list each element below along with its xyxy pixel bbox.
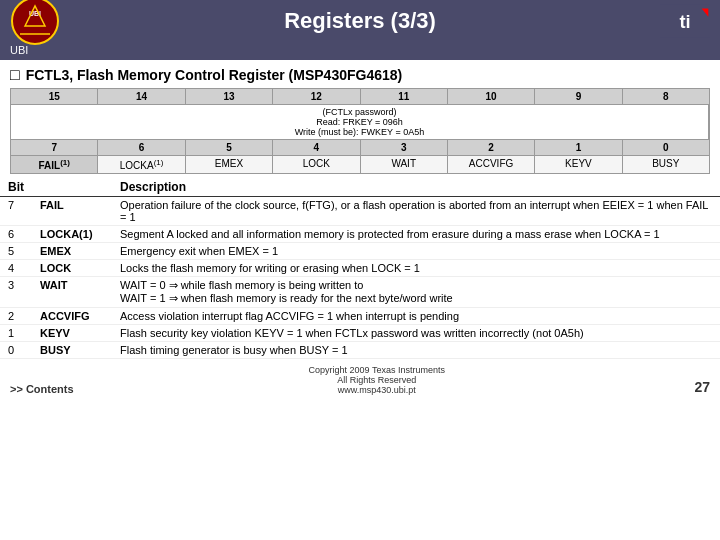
bottom-field-names: FAIL(1) LOCKA(1) EMEX LOCK WAIT ACCVIFG …	[11, 156, 709, 173]
cell-field: LOCK	[32, 260, 112, 277]
bit-12: 12	[273, 89, 360, 104]
bit-5: 5	[186, 140, 273, 155]
cell-bit: 7	[0, 197, 32, 226]
field-fail: FAIL(1)	[11, 156, 98, 173]
footer-center: Copyright 2009 Texas Instruments All Rig…	[74, 365, 680, 395]
read-label: Read: FRKEY = 096h	[15, 117, 704, 127]
bit-11: 11	[361, 89, 448, 104]
main-title: FCTL3, Flash Memory Control Register (MS…	[26, 67, 403, 83]
cell-desc: Operation failure of the clock source, f…	[112, 197, 720, 226]
bit-14: 14	[98, 89, 185, 104]
page-header: UBI Registers (3/3) ti	[0, 0, 720, 42]
table-row: 1KEYVFlash security key violation KEYV =…	[0, 325, 720, 342]
password-label: (FCTLx password)	[15, 107, 704, 117]
bit-13: 13	[186, 89, 273, 104]
field-lock: LOCK	[273, 156, 360, 173]
header-title: Registers (3/3)	[284, 8, 436, 33]
cell-desc: Flash timing generator is busy when BUSY…	[112, 342, 720, 359]
cell-desc: Emergency exit when EMEX = 1	[112, 243, 720, 260]
cell-field: EMEX	[32, 243, 112, 260]
bit-7: 7	[11, 140, 98, 155]
table-header-row: Bit Description	[0, 178, 720, 197]
field-wait: WAIT	[361, 156, 448, 173]
cell-field: WAIT	[32, 277, 112, 308]
ubi-label: UBI	[0, 42, 720, 60]
cell-desc: Flash security key violation KEYV = 1 wh…	[112, 325, 720, 342]
table-row: 6LOCKA(1)Segment A locked and all inform…	[0, 226, 720, 243]
table-row: 4LOCKLocks the flash memory for writing …	[0, 260, 720, 277]
field-keyv: KEYV	[535, 156, 622, 173]
cell-desc: Locks the flash memory for writing or er…	[112, 260, 720, 277]
bit-6: 6	[98, 140, 185, 155]
bit-15: 15	[11, 89, 98, 104]
cell-field: BUSY	[32, 342, 112, 359]
bit-8: 8	[623, 89, 709, 104]
copyright2: All Rights Reserved	[74, 375, 680, 385]
write-label: Write (must be): FWKEY = 0A5h	[15, 127, 704, 137]
website: www.msp430.ubi.pt	[74, 385, 680, 395]
password-area: (FCTLx password) Read: FRKEY = 096h Writ…	[11, 105, 709, 139]
cell-bit: 0	[0, 342, 32, 359]
cell-field: LOCKA(1)	[32, 226, 112, 243]
top-bit-numbers: 15 14 13 12 11 10 9 8	[11, 89, 709, 105]
cell-desc: WAIT = 0 ⇒ while flash memory is being w…	[112, 277, 720, 308]
cell-desc: Segment A locked and all information mem…	[112, 226, 720, 243]
table-row: 2ACCVIFGAccess violation interrupt flag …	[0, 308, 720, 325]
checkbox-icon: □	[10, 66, 20, 84]
section-title-row: □ FCTL3, Flash Memory Control Register (…	[0, 60, 720, 88]
ti-logo: ti	[660, 1, 710, 41]
bit-0: 0	[623, 140, 709, 155]
description-table: Bit Description 7FAILOperation failure o…	[0, 178, 720, 359]
bit-1: 1	[535, 140, 622, 155]
page-number: 27	[680, 379, 710, 395]
field-emex: EMEX	[186, 156, 273, 173]
col-field-header	[32, 178, 112, 197]
table-row: 0BUSYFlash timing generator is busy when…	[0, 342, 720, 359]
bit-4: 4	[273, 140, 360, 155]
cell-field: KEYV	[32, 325, 112, 342]
bottom-bit-numbers: 7 6 5 4 3 2 1 0	[11, 140, 709, 156]
field-busy: BUSY	[623, 156, 709, 173]
svg-text:ti: ti	[679, 11, 690, 32]
bit-3: 3	[361, 140, 448, 155]
table-row: 7FAILOperation failure of the clock sour…	[0, 197, 720, 226]
cell-bit: 5	[0, 243, 32, 260]
bit-10: 10	[448, 89, 535, 104]
cell-field: FAIL	[32, 197, 112, 226]
col-desc-header: Description	[112, 178, 720, 197]
register-diagram: 15 14 13 12 11 10 9 8 (FCTLx password) R…	[10, 88, 710, 174]
copyright1: Copyright 2009 Texas Instruments	[74, 365, 680, 375]
table-row: 3WAITWAIT = 0 ⇒ while flash memory is be…	[0, 277, 720, 308]
table-row: 5EMEXEmergency exit when EMEX = 1	[0, 243, 720, 260]
ubi-logo: UBI	[10, 0, 60, 46]
cell-bit: 3	[0, 277, 32, 308]
cell-bit: 2	[0, 308, 32, 325]
cell-bit: 4	[0, 260, 32, 277]
col-bit-header: Bit	[0, 178, 32, 197]
cell-field: ACCVIFG	[32, 308, 112, 325]
password-row: (FCTLx password) Read: FRKEY = 096h Writ…	[11, 105, 709, 140]
field-accvifg: ACCVIFG	[448, 156, 535, 173]
cell-bit: 6	[0, 226, 32, 243]
cell-desc: Access violation interrupt flag ACCVIFG …	[112, 308, 720, 325]
field-locka: LOCKA(1)	[98, 156, 185, 173]
bit-2: 2	[448, 140, 535, 155]
cell-bit: 1	[0, 325, 32, 342]
footer: >> Contents Copyright 2009 Texas Instrum…	[0, 361, 720, 397]
contents-link[interactable]: >> Contents	[10, 383, 74, 395]
bit-9: 9	[535, 89, 622, 104]
